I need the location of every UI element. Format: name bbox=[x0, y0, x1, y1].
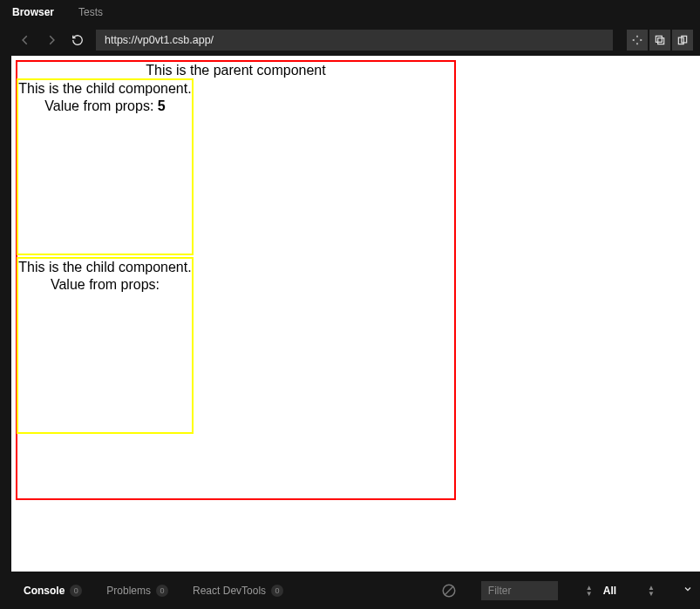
svg-rect-4 bbox=[658, 38, 664, 44]
problems-count-badge: 0 bbox=[156, 585, 168, 597]
url-input[interactable] bbox=[96, 30, 613, 51]
devtools-count-badge: 0 bbox=[271, 585, 283, 597]
nav-forward-button[interactable] bbox=[44, 32, 59, 48]
svg-marker-3 bbox=[641, 39, 642, 41]
tab-console[interactable]: Console 0 bbox=[24, 585, 82, 597]
child-props-line: Value from props: bbox=[18, 276, 192, 294]
open-window-icon[interactable] bbox=[672, 30, 693, 51]
address-bar-row bbox=[0, 24, 700, 56]
svg-marker-1 bbox=[636, 44, 638, 45]
tab-react-devtools[interactable]: React DevTools 0 bbox=[193, 585, 283, 597]
child-text: This is the child component. bbox=[18, 259, 192, 276]
child-props-line: Value from props: 5 bbox=[18, 98, 192, 115]
child-component: This is the child component. Value from … bbox=[17, 78, 194, 255]
preview-pane: This is the parent component This is the… bbox=[11, 56, 700, 572]
svg-line-9 bbox=[445, 585, 454, 595]
tab-browser[interactable]: Browser bbox=[0, 0, 66, 24]
address-bar-actions bbox=[627, 30, 693, 51]
move-icon[interactable] bbox=[627, 30, 648, 51]
child-props-value: 5 bbox=[158, 98, 166, 113]
select-arrows-icon: ▲▼ bbox=[648, 585, 655, 597]
svg-marker-2 bbox=[632, 39, 634, 41]
child-props-prefix: Value from props: bbox=[51, 277, 160, 292]
tab-problems[interactable]: Problems 0 bbox=[106, 585, 168, 597]
sort-icon: ▲▼ bbox=[586, 585, 593, 597]
chevron-down-icon[interactable] bbox=[683, 584, 693, 597]
svg-rect-5 bbox=[656, 36, 662, 42]
bottom-panel-tabs: Console 0 Problems 0 React DevTools 0 ▲▼… bbox=[11, 572, 700, 609]
nav-back-button[interactable] bbox=[17, 32, 33, 48]
clear-console-icon[interactable] bbox=[441, 583, 457, 599]
console-count-badge: 0 bbox=[70, 585, 82, 597]
child-props-prefix: Value from props: bbox=[44, 98, 158, 113]
parent-title: This is the parent component bbox=[17, 62, 454, 78]
copy-icon[interactable] bbox=[649, 30, 670, 51]
log-level-select[interactable]: ▲▼ All ▲▼ bbox=[582, 585, 658, 597]
tab-tests[interactable]: Tests bbox=[66, 0, 115, 24]
child-component: This is the child component. Value from … bbox=[17, 257, 194, 434]
svg-marker-0 bbox=[636, 35, 638, 37]
log-level-value: All bbox=[603, 585, 616, 597]
reload-button[interactable] bbox=[70, 32, 85, 48]
parent-component: This is the parent component This is the… bbox=[16, 60, 456, 500]
tab-problems-label: Problems bbox=[106, 585, 151, 597]
tab-devtools-label: React DevTools bbox=[193, 585, 266, 597]
child-text: This is the child component. bbox=[18, 80, 192, 98]
console-filter-input[interactable] bbox=[481, 581, 558, 600]
preview-tabs: Browser Tests bbox=[0, 0, 700, 24]
tab-console-label: Console bbox=[24, 585, 65, 597]
